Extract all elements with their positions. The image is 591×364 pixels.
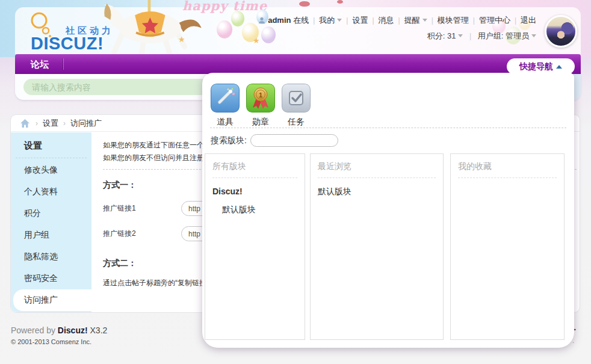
medal-icon: 1 [246,84,275,113]
column-title: 所有版块 [212,154,297,178]
svg-text:1: 1 [259,91,262,99]
quick-nav-popup: 道具 1 勋章 任务 搜索版块 [202,73,574,348]
settings-sidebar: 设置 修改头像 个人资料 积分 用户组 隐私筛选 密码安全 访问推广 [11,132,91,312]
divider: | [465,32,475,40]
column-recent: 最近浏览 默认版块 [310,153,444,340]
footer-version: X3.2 [90,325,108,335]
forum-link[interactable]: 默认版块 [318,187,436,197]
chevron-up-icon [556,65,562,69]
shortcut-label: 任务 [282,117,311,128]
header: 社区动力 DISCUZ! admin 在线|我的|设置|消息|提醒|模块管理|管… [15,7,581,54]
breadcrumb-promotion[interactable]: 访问推广 [70,118,102,129]
chevron-down-icon [422,19,427,22]
forum-search-label: 搜索版块: [211,135,247,146]
home-icon[interactable] [20,119,29,128]
menu-item-logout[interactable]: 退出 [521,16,536,25]
logo-text: DISCUZ! [31,34,104,54]
breadcrumb-separator: › [31,119,43,128]
quick-nav-button[interactable]: 快捷导航 [507,58,575,75]
usergroup-value[interactable]: 用户组: 管理员 [478,31,529,40]
sidebar-title[interactable]: 设置 [11,132,91,158]
divider: | [342,16,352,25]
sidebar-item-password[interactable]: 密码安全 [11,268,91,289]
avatar[interactable] [545,15,577,48]
forum-search-input[interactable] [250,134,338,147]
divider: | [309,16,319,25]
footer: Powered by Discuz! X3.2 © 2001-2013 Coms… [11,325,107,345]
column-all-forums: 所有版块 Discuz! 默认版块 [205,153,305,340]
promo-link2-label: 推广链接2 [103,229,181,239]
quick-nav-label: 快捷导航 [519,61,553,71]
user-icon [258,17,265,24]
divider [16,158,87,158]
sidebar-item-credits[interactable]: 积分 [11,203,91,224]
powered-prefix: Powered by [11,325,55,335]
footer-brand-link[interactable]: Discuz! [58,325,88,335]
menu-item-messages[interactable]: 消息 [379,16,394,25]
tab-forum[interactable]: 论坛 [31,54,49,74]
sidebar-item-privacy[interactable]: 隐私筛选 [11,246,91,268]
shortcut-medal[interactable]: 1 勋章 [246,84,275,128]
chevron-down-icon [458,34,463,37]
user-panel: admin 在线|我的|设置|消息|提醒|模块管理|管理中心|退出 积分: 31… [258,13,536,44]
shortcut-magic[interactable]: 道具 [211,84,240,128]
menu-item-notifications[interactable]: 提醒 [404,16,420,25]
column-favorites: 我的收藏 [450,153,565,340]
shortcut-row: 道具 1 勋章 任务 [211,84,311,128]
copyright-line: © 2001-2013 Comsenz Inc. [11,338,107,345]
breadcrumb-separator: › [58,119,70,128]
username[interactable]: admin [268,16,291,25]
powered-by-line: Powered by Discuz! X3.2 [11,325,107,335]
divider: | [427,16,438,25]
menu-item-settings[interactable]: 设置 [352,16,368,25]
menu-item-module-admin[interactable]: 模块管理 [438,16,469,25]
forum-group-link[interactable]: Discuz! [212,187,297,196]
user-stats-row: 积分: 31 | 用户组: 管理员 [258,28,536,44]
divider [210,128,566,128]
divider: | [368,16,378,25]
shortcut-task[interactable]: 任务 [282,84,311,128]
column-title: 最近浏览 [318,154,436,178]
task-check-icon [282,84,311,113]
sidebar-item-promotion[interactable]: 访问推广 [13,289,91,311]
divider: | [394,16,404,25]
user-menu-row: admin 在线|我的|设置|消息|提醒|模块管理|管理中心|退出 [258,13,536,28]
menu-item-my[interactable]: 我的 [319,16,335,25]
sidebar-item-avatar[interactable]: 修改头像 [11,159,91,181]
nav-divider [63,58,64,70]
credits-value[interactable]: 积分: 31 [427,31,456,40]
column-title: 我的收藏 [458,154,557,178]
site-logo[interactable]: 社区动力 DISCUZ! [23,11,138,53]
divider: | [510,16,521,25]
breadcrumb-settings[interactable]: 设置 [43,118,58,129]
menu-item-admin-center[interactable]: 管理中心 [479,16,510,25]
online-status: 在线 [293,16,309,25]
shortcut-label: 勋章 [246,117,275,128]
forum-search-row: 搜索版块: [211,134,338,147]
chevron-down-icon [531,34,536,37]
forum-link[interactable]: 默认版块 [212,205,297,215]
main-navbar: 论坛 [15,54,581,74]
promo-link1-label: 推广链接1 [103,203,181,214]
divider: | [469,16,479,25]
sidebar-item-profile[interactable]: 个人资料 [11,181,91,203]
sidebar-item-usergroup[interactable]: 用户组 [11,224,91,246]
shortcut-label: 道具 [211,117,240,128]
magic-wand-icon [211,84,240,113]
